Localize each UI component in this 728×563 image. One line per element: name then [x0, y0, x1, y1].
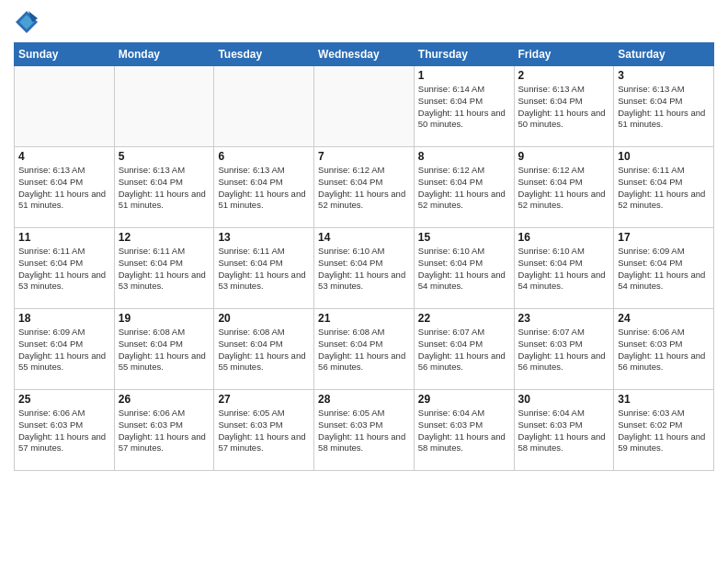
day-info: Sunrise: 6:11 AMSunset: 6:04 PMDaylight:…	[119, 246, 210, 293]
day-info: Sunrise: 6:11 AMSunset: 6:04 PMDaylight:…	[18, 246, 110, 293]
day-info: Sunrise: 6:05 AMSunset: 6:03 PMDaylight:…	[318, 408, 410, 454]
logo	[14, 9, 43, 35]
calendar-cell: 1Sunrise: 6:14 AMSunset: 6:04 PMDaylight…	[414, 66, 514, 147]
calendar-cell: 27Sunrise: 6:05 AMSunset: 6:03 PMDayligh…	[214, 390, 314, 471]
day-info: Sunrise: 6:08 AMSunset: 6:04 PMDaylight:…	[119, 327, 210, 373]
calendar-cell: 12Sunrise: 6:11 AMSunset: 6:04 PMDayligh…	[114, 228, 214, 309]
day-number: 8	[418, 150, 510, 163]
day-number: 2	[518, 69, 610, 82]
day-number: 28	[318, 393, 410, 406]
day-info: Sunrise: 6:03 AMSunset: 6:02 PMDaylight:…	[618, 408, 710, 454]
day-number: 4	[18, 150, 110, 163]
calendar-cell: 3Sunrise: 6:13 AMSunset: 6:04 PMDaylight…	[614, 66, 714, 147]
day-info: Sunrise: 6:05 AMSunset: 6:03 PMDaylight:…	[218, 408, 310, 454]
calendar: SundayMondayTuesdayWednesdayThursdayFrid…	[14, 42, 714, 471]
day-number: 13	[218, 231, 310, 244]
calendar-cell: 9Sunrise: 6:12 AMSunset: 6:04 PMDaylight…	[514, 147, 614, 228]
week-row-4: 18Sunrise: 6:09 AMSunset: 6:04 PMDayligh…	[15, 309, 714, 390]
day-number: 27	[218, 393, 310, 406]
day-header-sunday: Sunday	[15, 43, 115, 66]
day-info: Sunrise: 6:12 AMSunset: 6:04 PMDaylight:…	[318, 165, 410, 212]
calendar-cell: 14Sunrise: 6:10 AMSunset: 6:04 PMDayligh…	[314, 228, 415, 309]
calendar-cell	[15, 66, 115, 147]
calendar-cell: 30Sunrise: 6:04 AMSunset: 6:03 PMDayligh…	[514, 390, 614, 471]
day-header-thursday: Thursday	[414, 43, 514, 66]
week-row-5: 25Sunrise: 6:06 AMSunset: 6:03 PMDayligh…	[15, 390, 714, 471]
day-header-tuesday: Tuesday	[214, 43, 314, 66]
day-number: 5	[119, 150, 210, 163]
page: SundayMondayTuesdayWednesdayThursdayFrid…	[0, 0, 728, 480]
calendar-cell	[314, 66, 415, 147]
calendar-cell	[214, 66, 314, 147]
calendar-cell: 21Sunrise: 6:08 AMSunset: 6:04 PMDayligh…	[314, 309, 415, 390]
day-number: 9	[518, 150, 610, 163]
day-number: 7	[318, 150, 410, 163]
day-number: 29	[418, 393, 510, 406]
calendar-cell: 20Sunrise: 6:08 AMSunset: 6:04 PMDayligh…	[214, 309, 314, 390]
day-info: Sunrise: 6:07 AMSunset: 6:04 PMDaylight:…	[418, 327, 510, 373]
day-info: Sunrise: 6:11 AMSunset: 6:04 PMDaylight:…	[618, 165, 710, 212]
day-number: 23	[518, 312, 610, 325]
day-info: Sunrise: 6:09 AMSunset: 6:04 PMDaylight:…	[618, 246, 710, 293]
calendar-cell: 11Sunrise: 6:11 AMSunset: 6:04 PMDayligh…	[15, 228, 115, 309]
header	[14, 9, 714, 35]
calendar-cell: 25Sunrise: 6:06 AMSunset: 6:03 PMDayligh…	[15, 390, 115, 471]
day-info: Sunrise: 6:08 AMSunset: 6:04 PMDaylight:…	[218, 327, 310, 373]
calendar-cell: 15Sunrise: 6:10 AMSunset: 6:04 PMDayligh…	[414, 228, 514, 309]
day-number: 22	[418, 312, 510, 325]
day-number: 1	[418, 69, 510, 82]
day-number: 6	[218, 150, 310, 163]
day-header-saturday: Saturday	[614, 43, 714, 66]
day-info: Sunrise: 6:10 AMSunset: 6:04 PMDaylight:…	[418, 246, 510, 293]
calendar-cell: 4Sunrise: 6:13 AMSunset: 6:04 PMDaylight…	[15, 147, 115, 228]
day-info: Sunrise: 6:14 AMSunset: 6:04 PMDaylight:…	[418, 84, 510, 131]
day-number: 16	[518, 231, 610, 244]
day-number: 21	[318, 312, 410, 325]
day-header-monday: Monday	[114, 43, 214, 66]
day-number: 14	[318, 231, 410, 244]
calendar-cell: 19Sunrise: 6:08 AMSunset: 6:04 PMDayligh…	[114, 309, 214, 390]
day-number: 31	[618, 393, 710, 406]
day-number: 26	[119, 393, 210, 406]
calendar-cell: 7Sunrise: 6:12 AMSunset: 6:04 PMDaylight…	[314, 147, 415, 228]
day-number: 25	[18, 393, 110, 406]
logo-icon	[14, 9, 40, 35]
calendar-cell: 6Sunrise: 6:13 AMSunset: 6:04 PMDaylight…	[214, 147, 314, 228]
day-info: Sunrise: 6:13 AMSunset: 6:04 PMDaylight:…	[518, 84, 610, 131]
calendar-cell: 16Sunrise: 6:10 AMSunset: 6:04 PMDayligh…	[514, 228, 614, 309]
calendar-cell: 2Sunrise: 6:13 AMSunset: 6:04 PMDaylight…	[514, 66, 614, 147]
day-info: Sunrise: 6:09 AMSunset: 6:04 PMDaylight:…	[18, 327, 110, 373]
day-info: Sunrise: 6:13 AMSunset: 6:04 PMDaylight:…	[618, 84, 710, 131]
day-info: Sunrise: 6:12 AMSunset: 6:04 PMDaylight:…	[418, 165, 510, 212]
day-header-friday: Friday	[514, 43, 614, 66]
calendar-cell: 29Sunrise: 6:04 AMSunset: 6:03 PMDayligh…	[414, 390, 514, 471]
day-info: Sunrise: 6:13 AMSunset: 6:04 PMDaylight:…	[18, 165, 110, 212]
calendar-cell: 5Sunrise: 6:13 AMSunset: 6:04 PMDaylight…	[114, 147, 214, 228]
day-info: Sunrise: 6:06 AMSunset: 6:03 PMDaylight:…	[618, 327, 710, 373]
day-number: 12	[119, 231, 210, 244]
calendar-cell: 8Sunrise: 6:12 AMSunset: 6:04 PMDaylight…	[414, 147, 514, 228]
day-number: 3	[618, 69, 710, 82]
day-info: Sunrise: 6:10 AMSunset: 6:04 PMDaylight:…	[318, 246, 410, 293]
day-info: Sunrise: 6:06 AMSunset: 6:03 PMDaylight:…	[18, 408, 110, 454]
week-row-2: 4Sunrise: 6:13 AMSunset: 6:04 PMDaylight…	[15, 147, 714, 228]
day-info: Sunrise: 6:13 AMSunset: 6:04 PMDaylight:…	[119, 165, 210, 212]
day-info: Sunrise: 6:12 AMSunset: 6:04 PMDaylight:…	[518, 165, 610, 212]
day-number: 24	[618, 312, 710, 325]
calendar-cell: 24Sunrise: 6:06 AMSunset: 6:03 PMDayligh…	[614, 309, 714, 390]
calendar-header-row: SundayMondayTuesdayWednesdayThursdayFrid…	[15, 43, 714, 66]
day-info: Sunrise: 6:08 AMSunset: 6:04 PMDaylight:…	[318, 327, 410, 373]
calendar-cell	[114, 66, 214, 147]
calendar-cell: 31Sunrise: 6:03 AMSunset: 6:02 PMDayligh…	[614, 390, 714, 471]
day-number: 15	[418, 231, 510, 244]
calendar-cell: 26Sunrise: 6:06 AMSunset: 6:03 PMDayligh…	[114, 390, 214, 471]
day-number: 19	[119, 312, 210, 325]
day-number: 30	[518, 393, 610, 406]
calendar-cell: 23Sunrise: 6:07 AMSunset: 6:03 PMDayligh…	[514, 309, 614, 390]
day-header-wednesday: Wednesday	[314, 43, 415, 66]
week-row-1: 1Sunrise: 6:14 AMSunset: 6:04 PMDaylight…	[15, 66, 714, 147]
day-info: Sunrise: 6:04 AMSunset: 6:03 PMDaylight:…	[518, 408, 610, 454]
calendar-cell: 28Sunrise: 6:05 AMSunset: 6:03 PMDayligh…	[314, 390, 415, 471]
day-info: Sunrise: 6:13 AMSunset: 6:04 PMDaylight:…	[218, 165, 310, 212]
day-number: 10	[618, 150, 710, 163]
